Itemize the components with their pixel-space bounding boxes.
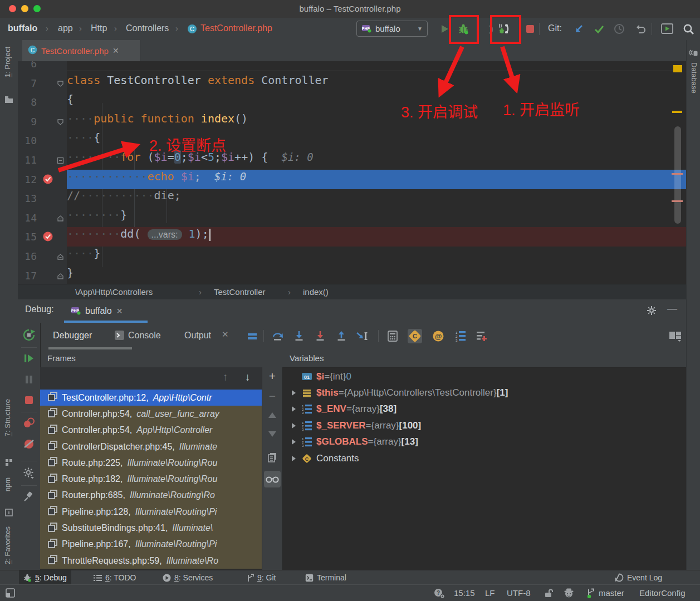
pause-icon[interactable] [22,373,36,386]
commit-icon[interactable] [593,22,606,36]
tab-debugger[interactable]: Debugger [53,331,92,341]
breadcrumb-class[interactable]: TestController [214,287,266,297]
close-icon[interactable]: ✕ [112,46,119,55]
breakpoint-icon[interactable] [42,231,53,244]
tab-console[interactable]: Console [128,331,161,341]
toolwindow-tab-terminal[interactable]: Terminal [301,570,351,585]
error-stripe-mark[interactable] [673,65,682,72]
code-line-16[interactable]: 16····} [18,247,686,266]
frame-row[interactable]: Router.php:685, Illuminate\Routing\Ro [40,487,262,504]
view-breakpoints-icon[interactable] [22,416,36,430]
update-project-icon[interactable] [572,22,586,36]
pin-icon[interactable] [22,490,36,503]
restore-layout-icon[interactable] [668,329,683,343]
breadcrumb-method[interactable]: index() [303,287,329,297]
breakpoint-icon[interactable] [42,174,53,187]
variable-row[interactable]: 01$i = {int} 0 [282,368,683,385]
frame-row[interactable]: Pipeline.php:167, Illuminate\Routing\Pi [40,536,262,553]
variable-row[interactable]: 123$_SERVER = {array} [100] [282,417,683,433]
toolwindow-tab-todo[interactable]: 6: TODO [89,570,141,585]
toolwindow-tab-debug[interactable]: 5: Debug [19,570,71,585]
toolwindow-structure[interactable]: 7: Structure [3,399,12,439]
toolwindow-favorites[interactable]: 2: Favorites [3,526,12,566]
breadcrumb-app[interactable]: app [58,23,73,33]
toolwindow-tab-services[interactable]: 8: Services [158,570,217,585]
close-icon[interactable]: ✕ [222,329,229,339]
frames-list[interactable]: TestController.php:12, App\Http\ContrCon… [40,390,262,570]
interpreter-help-icon[interactable]: ? [433,588,446,601]
run-button[interactable] [438,22,451,36]
variable-row[interactable]: CConstants [282,450,683,466]
error-stripe-mark[interactable] [672,111,682,113]
line-number[interactable]: 12 [22,170,37,189]
code-line-10[interactable]: 10····{ [18,131,686,150]
resume-program-icon[interactable] [22,352,36,365]
xdebug-profiler-icon[interactable] [564,588,574,600]
code-line-12[interactable]: 12············echo $i; $i: 0 [18,170,686,189]
variable-row[interactable]: 123$_ENV = {array} [38] [282,401,683,417]
tab-output[interactable]: Output [184,331,211,341]
git-branch-icon[interactable] [586,588,595,600]
line-separator-indicator[interactable]: LF [485,588,495,598]
code-editor[interactable]: 67class TestController extends Controlle… [18,61,686,284]
run-configuration-select[interactable]: PHP buffalo ▼ [356,21,428,37]
show-constants-icon[interactable]: C [408,329,422,343]
code-line-13[interactable]: 13//···········die; [18,189,686,208]
code-line-11[interactable]: 11········for ($i=0;$i<5;$i++) { $i: 0 [18,150,686,170]
code-line-17[interactable]: 17} [18,266,686,284]
search-everywhere-icon[interactable] [682,22,695,36]
show-array-indexes-icon[interactable]: 123 [453,329,468,343]
fold-marker-icon[interactable] [57,214,64,224]
variables-list[interactable]: 01$i = {int} 0$this = {App\Http\Controll… [282,368,683,466]
phone-handset-icon[interactable] [482,23,496,36]
debug-button[interactable] [457,22,470,36]
frame-row[interactable]: Route.php:225, Illuminate\Routing\Rou [40,455,262,471]
stop-button[interactable] [523,22,537,36]
show-watches-glasses-icon[interactable] [264,471,281,487]
fold-marker-icon[interactable] [57,80,64,90]
close-icon[interactable]: ✕ [116,307,123,316]
toolwindow-tab-git[interactable]: 9: Git [242,570,280,585]
fold-marker-icon[interactable] [57,156,64,166]
rollback-icon[interactable] [634,22,647,36]
frame-row[interactable]: Pipeline.php:128, Illuminate\Routing\Pi [40,504,262,520]
add-watch-icon[interactable] [474,329,489,343]
move-watch-up-icon[interactable] [264,407,281,423]
line-number[interactable]: 10 [22,131,37,150]
code-line-14[interactable]: 14········} [18,208,686,228]
show-references-icon[interactable]: @ [431,329,446,343]
line-number[interactable]: 7 [22,73,37,93]
line-number[interactable]: 6 [22,61,37,73]
step-over-icon[interactable] [271,329,285,343]
editorconfig-indicator[interactable]: EditorConfig [639,588,686,598]
breadcrumb-controllers[interactable]: Controllers [126,23,169,33]
toolwindow-database[interactable]: Database [690,62,698,96]
expand-icon[interactable] [287,406,300,412]
fold-marker-icon[interactable] [57,118,64,128]
line-number[interactable]: 15 [22,227,37,247]
mute-breakpoints-icon[interactable] [22,437,36,451]
expand-icon[interactable] [287,455,300,462]
add-watch-button[interactable]: + [264,368,281,384]
step-out-icon[interactable] [334,329,349,343]
frame-row[interactable]: Controller.php:54, App\Http\Controller [40,422,262,439]
debug-session-tab[interactable]: PHP buffalo ✕ [64,302,129,321]
next-frame-icon[interactable]: ↓ [245,371,251,383]
line-number[interactable]: 13 [22,189,37,208]
run-to-cursor-icon[interactable] [355,329,370,343]
line-number[interactable]: 8 [22,92,37,112]
line-number[interactable]: 11 [22,150,37,170]
frame-row[interactable]: Controller.php:54, call_user_func_array [40,406,262,422]
breadcrumb-file[interactable]: TestController.php [200,23,272,33]
rerun-icon[interactable] [22,328,36,342]
debug-settings-gear-icon[interactable] [22,466,36,480]
code-line-9[interactable]: 9····public function index() [18,112,686,131]
toolwindow-toggle-icon[interactable] [6,588,15,600]
breadcrumb-http[interactable]: Http [91,23,107,33]
encoding-indicator[interactable]: UTF-8 [507,588,531,598]
expand-icon[interactable] [287,422,300,429]
settings-gear-icon[interactable] [645,304,658,317]
move-watch-down-icon[interactable] [264,426,281,442]
toolwindow-project[interactable]: 1: Project [3,47,12,80]
breakpoint-stripe-mark[interactable] [672,200,683,202]
